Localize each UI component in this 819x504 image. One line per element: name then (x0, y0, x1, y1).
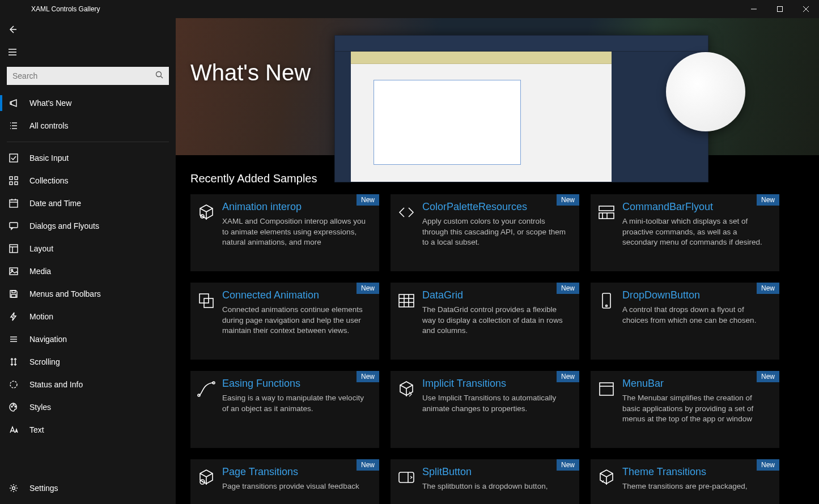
nav-item-navigation[interactable]: Navigation (0, 328, 176, 351)
card-description: Apply custom colors to your controls thr… (422, 216, 571, 248)
card-description: Page transitions provide visual feedback (222, 481, 371, 492)
checkbox-icon (8, 152, 19, 164)
card-title: ColorPaletteResources (422, 201, 571, 213)
font-icon (8, 424, 19, 435)
nav-item-layout[interactable]: Layout (0, 237, 176, 260)
nav-item-dialogs-flyouts[interactable]: Dialogs and Flyouts (0, 215, 176, 237)
svg-rect-32 (11, 294, 16, 297)
new-badge: New (557, 459, 579, 471)
card-datagrid[interactable]: NewDataGridThe DataGrid control provides… (391, 283, 579, 360)
card-body: CommandBarFlyoutA mini-toolbar which dis… (622, 200, 771, 266)
card-title: DropDownButton (622, 289, 771, 301)
nav-item-status-info[interactable]: Status and Info (0, 373, 176, 396)
close-button[interactable] (793, 0, 819, 18)
svg-point-37 (11, 406, 12, 407)
card-title: Page Transitions (222, 466, 371, 478)
search-icon (155, 71, 163, 81)
bolt-icon (8, 311, 19, 322)
window-icon (596, 379, 617, 399)
card-theme-transitions[interactable]: NewTheme TransitionsTheme transitions ar… (591, 459, 779, 504)
nav-item-label: Styles (29, 403, 51, 412)
content[interactable]: What's New Recently Added Samples NewAni… (176, 18, 819, 504)
nav-item-scrolling[interactable]: Scrolling (0, 351, 176, 373)
nav-item-label: Dialogs and Flyouts (29, 221, 99, 230)
nav-item-label: Layout (29, 244, 53, 253)
card-body: ColorPaletteResourcesApply custom colors… (422, 200, 571, 266)
card-title: Theme Transitions (622, 466, 771, 478)
new-badge: New (757, 194, 779, 206)
nav-separator (7, 142, 169, 142)
svg-rect-31 (12, 291, 15, 293)
card-description: A mini-toolbar which displays a set of p… (622, 216, 771, 248)
card-description: Use Implicit Transitions to automaticall… (422, 393, 571, 414)
nav-item-styles[interactable]: Styles (0, 396, 176, 418)
nav-footer: Settings (0, 477, 176, 504)
nav-item-date-time[interactable]: Date and Time (0, 192, 176, 215)
svg-rect-17 (10, 177, 12, 180)
card-body: Implicit TransitionsUse Implicit Transit… (422, 377, 571, 442)
card-body: DataGridThe DataGrid control provides a … (422, 288, 571, 354)
card-description: Easing is a way to manipulate the veloci… (222, 393, 371, 414)
card-body: SplitButtonThe splitbutton is a dropdown… (422, 465, 571, 504)
card-colorpaletteresources[interactable]: NewColorPaletteResourcesApply custom col… (391, 194, 579, 271)
image-icon (8, 266, 19, 277)
card-title: Implicit Transitions (422, 378, 571, 390)
nav-item-label: Text (29, 425, 44, 434)
minimize-button[interactable] (741, 0, 767, 18)
card-body: Easing FunctionsEasing is a way to manip… (222, 377, 371, 442)
card-commandbarflyout[interactable]: NewCommandBarFlyoutA mini-toolbar which … (591, 194, 779, 271)
svg-rect-42 (599, 206, 614, 211)
card-easing-functions[interactable]: NewEasing FunctionsEasing is a way to ma… (190, 371, 379, 448)
nav-item-label: What's New (29, 99, 71, 108)
card-menubar[interactable]: NewMenuBarThe Menubar simplifies the cre… (591, 371, 779, 448)
nav-item-menus-toolbars[interactable]: Menus and Toolbars (0, 283, 176, 305)
nav-item-motion[interactable]: Motion (0, 305, 176, 328)
card-dropdownbutton[interactable]: NewDropDownButtonA control that drops do… (591, 283, 779, 360)
card-page-transitions[interactable]: NewPage TransitionsPage transitions prov… (190, 459, 379, 504)
nav-item-label: Date and Time (29, 199, 81, 208)
search-input[interactable] (12, 71, 155, 80)
cards-grid: NewAnimation interopXAML and Composition… (176, 194, 819, 504)
nav-item-label: Basic Input (29, 153, 69, 163)
maximize-button[interactable] (767, 0, 793, 18)
curve-icon (196, 379, 217, 399)
hamburger-button[interactable] (1, 41, 24, 63)
nav-item-basic-input[interactable]: Basic Input (0, 147, 176, 169)
card-connected-animation[interactable]: NewConnected AnimationConnected animatio… (190, 283, 379, 360)
card-implicit-transitions[interactable]: NewImplicit TransitionsUse Implicit Tran… (391, 371, 579, 448)
nav: What's NewAll controlsBasic InputCollect… (0, 89, 176, 477)
svg-rect-48 (399, 294, 414, 307)
nav-item-text[interactable]: Text (0, 418, 176, 441)
sidebar-top-icons (0, 18, 176, 63)
card-body: Theme TransitionsTheme transitions are p… (622, 465, 771, 504)
search-box[interactable] (7, 67, 169, 85)
nav-item-label: Scrolling (29, 357, 60, 366)
card-description: Connected animations continue elements d… (222, 305, 371, 336)
card-splitbutton[interactable]: NewSplitButtonThe splitbutton is a dropd… (391, 459, 579, 504)
card-description: XAML and Composition interop allows you … (222, 216, 371, 248)
new-badge: New (757, 459, 779, 471)
cube-clock-icon (196, 467, 217, 488)
megaphone-icon (8, 97, 19, 109)
code-icon (396, 202, 417, 223)
cube-spark-icon (596, 467, 617, 488)
card-title: MenuBar (622, 378, 771, 390)
nav-item-label: Settings (29, 484, 58, 493)
back-button[interactable] (1, 18, 24, 41)
nav-item-settings[interactable]: Settings (0, 477, 176, 499)
nav-item-label: Media (29, 267, 51, 276)
nav-item-label: Status and Info (29, 380, 83, 389)
card-animation-interop[interactable]: NewAnimation interopXAML and Composition… (190, 194, 379, 271)
phone-icon (596, 291, 617, 311)
new-badge: New (357, 283, 379, 294)
nav-item-all-controls[interactable]: All controls (0, 114, 176, 137)
toolbar-icon (596, 202, 617, 223)
card-title: CommandBarFlyout (622, 201, 771, 213)
nav-item-collections[interactable]: Collections (0, 169, 176, 192)
nav-item-media[interactable]: Media (0, 260, 176, 283)
palette-icon (8, 402, 19, 413)
nav-item-label: All controls (29, 121, 68, 130)
save-icon (8, 288, 19, 300)
card-title: DataGrid (422, 289, 571, 301)
nav-item-whats-new[interactable]: What's New (0, 92, 176, 114)
